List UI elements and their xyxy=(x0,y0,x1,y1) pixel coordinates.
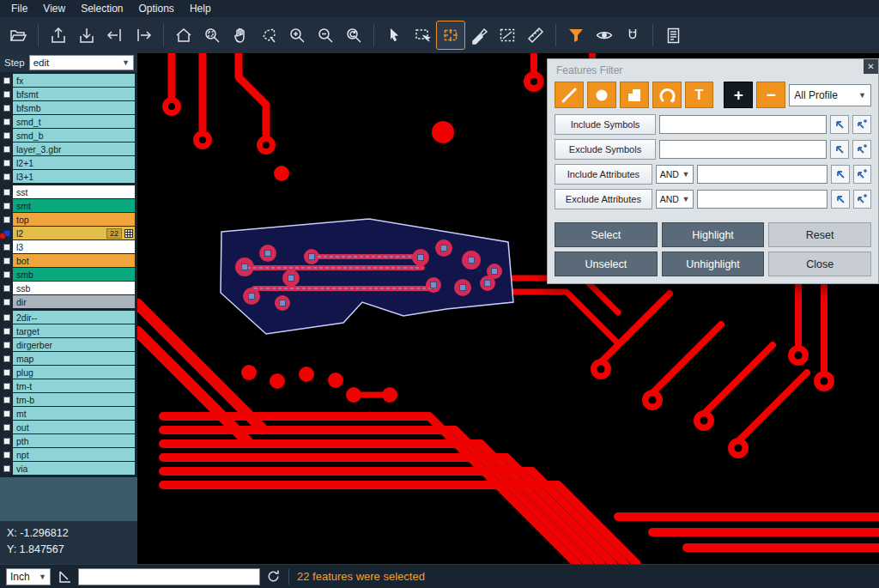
layer-name[interactable]: bot xyxy=(13,254,135,267)
pick-attribute-button[interactable] xyxy=(831,190,849,209)
reset-button[interactable]: Reset xyxy=(768,222,871,247)
layer-visibility-cell[interactable] xyxy=(0,77,13,84)
layer-visibility-cell[interactable] xyxy=(0,299,13,306)
include-symbols-button[interactable]: Include Symbols xyxy=(555,114,656,135)
layer-name[interactable]: ssb xyxy=(13,282,135,294)
layer-name[interactable]: top xyxy=(13,213,135,226)
layer-name[interactable]: bfsmt xyxy=(13,88,135,100)
unhighlight-button[interactable]: Unhighlight xyxy=(662,252,765,276)
unit-select[interactable]: Inch ▼ xyxy=(6,568,51,585)
layer-visibility-cell[interactable] xyxy=(0,91,13,98)
layer-visibility-cell[interactable] xyxy=(0,397,13,403)
layer-name[interactable]: layer_3.gbr xyxy=(13,142,135,155)
select-button[interactable]: Select xyxy=(555,222,658,247)
profile-select[interactable]: All Profile ▼ xyxy=(789,84,871,106)
layer-visibility-cell[interactable] xyxy=(0,271,13,278)
pick-symbol-add-button[interactable] xyxy=(852,140,871,159)
pick-symbol-button[interactable] xyxy=(830,115,849,134)
layer-visibility-checkbox[interactable] xyxy=(3,438,10,445)
layer-row[interactable]: layer_3.gbr xyxy=(0,142,137,155)
layer-visibility-cell[interactable] xyxy=(0,146,13,153)
toolbar-filter-button[interactable] xyxy=(562,21,590,49)
layer-row[interactable]: dir xyxy=(0,295,137,308)
layer-row[interactable]: smd_t xyxy=(0,115,137,128)
toolbar-measure-button[interactable] xyxy=(522,21,549,49)
toolbar-view-options-button[interactable] xyxy=(591,21,618,49)
layer-visibility-cell[interactable] xyxy=(0,132,13,139)
layer-name[interactable]: 2dir-- xyxy=(13,311,135,324)
layer-row[interactable]: ssb xyxy=(0,282,137,294)
toolbar-rect-select-button[interactable] xyxy=(409,21,436,49)
close-button[interactable]: Close xyxy=(768,252,871,276)
layer-name[interactable]: smd_t xyxy=(13,115,135,128)
layer-visibility-cell[interactable] xyxy=(0,355,13,362)
layer-visibility-checkbox[interactable] xyxy=(3,216,10,223)
layer-name[interactable]: tm-b xyxy=(13,393,135,406)
layer-visibility-checkbox[interactable] xyxy=(3,118,10,125)
filter-surface-button[interactable] xyxy=(620,82,649,108)
exclude-symbols-input[interactable] xyxy=(659,140,827,159)
layer-row[interactable]: bot xyxy=(0,254,137,267)
layer-visibility-cell[interactable] xyxy=(0,118,13,125)
toolbar-zoom-reset-button[interactable] xyxy=(340,21,367,49)
layer-name[interactable]: npt xyxy=(13,448,135,461)
pick-attribute-add-button[interactable] xyxy=(853,165,871,184)
layer-visibility-cell[interactable] xyxy=(0,424,13,431)
layer-visibility-cell[interactable] xyxy=(0,314,13,321)
layer-visibility-checkbox[interactable] xyxy=(3,77,10,84)
layer-visibility-cell[interactable] xyxy=(0,410,13,417)
include-attributes-input[interactable] xyxy=(697,165,827,184)
layer-name[interactable]: dirgerber xyxy=(13,338,135,351)
layer-row[interactable]: fx xyxy=(0,74,137,87)
filter-negative-button[interactable]: − xyxy=(756,82,785,108)
layer-row[interactable]: l2+1 xyxy=(0,156,137,169)
layer-visibility-cell[interactable] xyxy=(0,285,13,292)
layer-visibility-cell[interactable] xyxy=(0,203,13,209)
layer-visibility-cell[interactable] xyxy=(0,189,13,196)
toolbar-zoom-window-button[interactable] xyxy=(198,21,226,49)
layer-visibility-checkbox[interactable] xyxy=(3,271,10,278)
layer-visibility-cell[interactable] xyxy=(0,342,13,349)
layer-row[interactable]: top xyxy=(0,213,137,226)
layer-visibility-cell[interactable] xyxy=(0,244,13,251)
step-select[interactable]: edit ▼ xyxy=(29,55,134,70)
layer-row[interactable]: tm-t xyxy=(0,379,137,392)
pick-symbol-button[interactable] xyxy=(830,140,849,159)
layer-visibility-cell[interactable] xyxy=(0,369,13,376)
layer-row[interactable]: dirgerber xyxy=(0,338,137,351)
toolbar-xor-button[interactable] xyxy=(465,21,493,49)
layer-visibility-cell[interactable] xyxy=(0,328,13,335)
exclude-attributes-operator-select[interactable]: AND ▼ xyxy=(656,190,694,209)
unselect-button[interactable]: Unselect xyxy=(555,252,658,276)
layer-row[interactable]: bfsmb xyxy=(0,101,137,114)
exclude-attributes-input[interactable] xyxy=(697,190,827,209)
toolbar-report-button[interactable] xyxy=(659,21,687,49)
layer-visibility-checkbox[interactable] xyxy=(3,452,10,458)
layer-name[interactable]: target xyxy=(13,324,135,337)
toolbar-open-button[interactable] xyxy=(4,21,32,49)
layer-name[interactable]: map xyxy=(13,352,135,365)
layer-name[interactable]: l3+1 xyxy=(13,170,135,183)
layer-visibility-checkbox[interactable] xyxy=(3,397,10,403)
layer-row[interactable]: tm-b xyxy=(0,393,137,406)
exclude-symbols-button[interactable]: Exclude Symbols xyxy=(555,139,656,160)
toolbar-zoom-out-button[interactable] xyxy=(312,21,339,49)
layer-visibility-checkbox[interactable] xyxy=(3,342,10,349)
layer-visibility-checkbox[interactable] xyxy=(3,369,10,376)
filter-arc-button[interactable] xyxy=(652,82,682,108)
layer-visibility-checkbox[interactable] xyxy=(3,244,10,251)
layer-row[interactable]: l3+1 xyxy=(0,170,137,183)
filter-pad-button[interactable] xyxy=(587,82,616,108)
layer-visibility-cell[interactable] xyxy=(0,160,13,167)
layer-visibility-checkbox[interactable] xyxy=(3,203,10,209)
pick-attribute-button[interactable] xyxy=(831,165,849,184)
layer-visibility-cell[interactable] xyxy=(0,216,13,223)
include-attributes-button[interactable]: Include Attributes xyxy=(555,164,652,185)
layer-name[interactable]: l2 22 xyxy=(13,227,135,239)
command-input[interactable] xyxy=(78,568,260,585)
layer-visibility-checkbox[interactable] xyxy=(3,299,10,306)
toolbar-snap-button[interactable] xyxy=(619,21,646,49)
toolbar-home-button[interactable] xyxy=(170,21,197,49)
layer-row[interactable]: npt xyxy=(0,448,137,461)
layer-name[interactable]: bfsmb xyxy=(13,101,135,114)
